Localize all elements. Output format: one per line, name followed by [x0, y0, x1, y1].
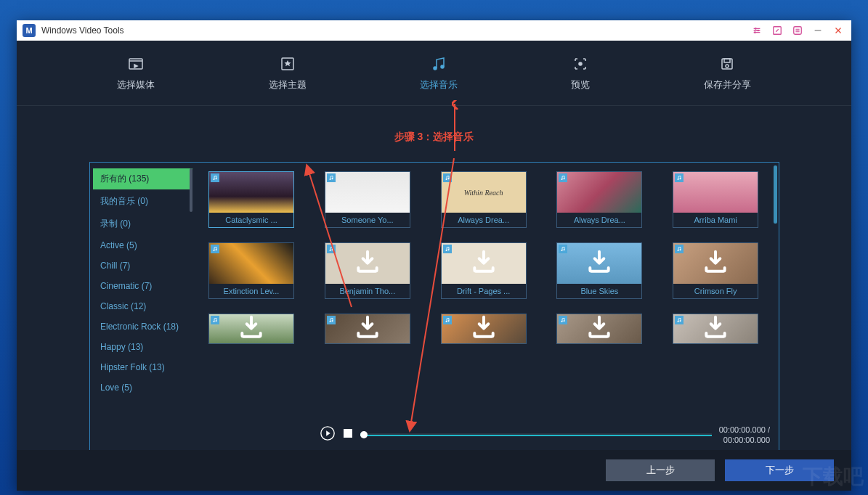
track-card-9[interactable]: Crimson Fly: [673, 242, 758, 299]
download-icon: [238, 314, 265, 344]
svg-point-23: [564, 178, 565, 179]
nav-preview[interactable]: 预览: [571, 55, 590, 91]
svg-point-45: [680, 320, 681, 322]
svg-point-36: [214, 321, 215, 322]
track-card-8[interactable]: Blue Skies: [556, 242, 642, 299]
track-card-0[interactable]: Cataclysmic ...: [208, 171, 294, 228]
track-card-3[interactable]: Always Drea...: [556, 171, 642, 228]
track-card-10[interactable]: [208, 314, 294, 344]
minimize-button[interactable]: [811, 23, 825, 38]
svg-point-35: [680, 249, 681, 250]
sidebar-item-1[interactable]: 我的音乐 (0): [93, 191, 192, 212]
titlebar-right: [750, 23, 845, 38]
music-badge-icon: [211, 173, 219, 182]
svg-point-31: [447, 249, 449, 250]
progress-knob[interactable]: [360, 431, 368, 438]
edit-icon[interactable]: [770, 23, 784, 38]
settings-icon[interactable]: [750, 23, 764, 38]
svg-point-41: [447, 320, 449, 322]
stop-button[interactable]: [343, 428, 353, 441]
track-grid-area: Cataclysmic ...Someone Yo...Within Reach…: [195, 163, 779, 451]
nav-select-music[interactable]: 选择音乐: [420, 55, 458, 91]
sidebar-item-7[interactable]: Electronic Rock (18): [93, 317, 192, 336]
svg-point-40: [445, 321, 447, 322]
sidebar-item-6[interactable]: Classic (12): [93, 297, 192, 316]
svg-point-33: [564, 249, 565, 250]
track-thumbnail: [557, 172, 641, 213]
track-card-5[interactable]: Extinction Lev...: [208, 242, 294, 299]
track-card-14[interactable]: [673, 314, 758, 344]
sidebar-item-8[interactable]: Happy (13): [93, 338, 192, 356]
nav-label: 选择媒体: [117, 78, 155, 91]
track-card-6[interactable]: Benjamin Tho...: [325, 242, 410, 299]
track-thumbnail: [673, 314, 758, 343]
nav-select-theme[interactable]: 选择主题: [269, 55, 307, 91]
music-badge-icon: [443, 173, 452, 182]
download-icon: [470, 314, 498, 344]
prev-button[interactable]: 上一步: [606, 459, 715, 481]
list-icon[interactable]: [790, 23, 805, 38]
app-window: M Windows Video Tools 选择媒体 选择主题 选择音乐 预览: [17, 20, 851, 491]
sidebar-item-4[interactable]: Chill (7): [93, 256, 192, 275]
track-label: Always Drea...: [442, 213, 526, 227]
category-sidebar: 所有的 (135)我的音乐 (0)录制 (0)Active (5)Chill (…: [90, 163, 195, 451]
download-icon: [470, 248, 498, 279]
music-badge-icon: [559, 316, 567, 324]
svg-point-2: [754, 31, 756, 33]
content-panel: 所有的 (135)我的音乐 (0)录制 (0)Active (5)Chill (…: [89, 162, 779, 452]
svg-point-1: [757, 30, 759, 32]
download-icon: [585, 248, 613, 279]
sidebar-item-9[interactable]: Hipster Folk (13): [93, 358, 192, 377]
download-icon: [702, 248, 729, 279]
track-label: Someone Yo...: [325, 213, 410, 227]
svg-point-28: [329, 250, 330, 251]
music-badge-icon: [327, 316, 336, 324]
sidebar-item-3[interactable]: Active (5): [93, 236, 192, 255]
sidebar-item-5[interactable]: Cinematic (7): [93, 277, 192, 295]
track-thumbnail: Within Reach: [442, 172, 526, 213]
svg-point-21: [447, 178, 449, 179]
track-card-11[interactable]: [325, 314, 410, 344]
music-icon: [430, 55, 447, 73]
sidebar-item-2[interactable]: 录制 (0): [93, 213, 192, 234]
svg-point-16: [214, 179, 215, 180]
track-label: Drift - Pages ...: [442, 284, 526, 298]
svg-point-27: [216, 249, 217, 250]
track-thumbnail: [325, 314, 410, 343]
track-card-2[interactable]: Within ReachAlways Drea...: [441, 171, 527, 228]
nav-save-share[interactable]: 保存并分享: [704, 55, 751, 91]
sidebar-scrollbar[interactable]: [190, 168, 192, 212]
next-button[interactable]: 下一步: [725, 459, 834, 481]
close-button[interactable]: [831, 23, 845, 38]
track-thumbnail: [325, 243, 410, 284]
track-thumbnail: [557, 314, 641, 343]
track-card-12[interactable]: [441, 314, 527, 344]
track-label: Arriba Mami: [673, 213, 758, 227]
track-card-4[interactable]: Arriba Mami: [673, 171, 758, 228]
sidebar-item-10[interactable]: Love (5): [93, 378, 192, 397]
track-thumbnail: [209, 172, 293, 213]
music-badge-icon: [559, 173, 567, 182]
track-thumbnail: [673, 243, 758, 284]
svg-point-19: [331, 178, 333, 179]
svg-rect-11: [724, 59, 730, 62]
track-card-13[interactable]: [556, 314, 642, 344]
preview-icon: [572, 55, 589, 73]
track-card-7[interactable]: Drift - Pages ...: [441, 242, 527, 299]
nav-select-media[interactable]: 选择媒体: [117, 55, 155, 91]
progress-bar[interactable]: [360, 433, 712, 436]
grid-scrollbar[interactable]: [774, 165, 777, 224]
app-icon: M: [23, 24, 36, 37]
track-thumbnail: [442, 314, 526, 343]
svg-point-24: [678, 179, 679, 180]
titlebar: M Windows Video Tools: [17, 20, 851, 41]
download-icon: [702, 314, 729, 344]
svg-rect-47: [344, 429, 352, 438]
play-button[interactable]: [320, 425, 336, 444]
download-icon: [585, 314, 613, 344]
track-label: Cataclysmic ...: [209, 213, 293, 227]
track-card-1[interactable]: Someone Yo...: [325, 171, 410, 228]
footer: 上一步 下一步: [17, 450, 851, 491]
sidebar-item-0[interactable]: 所有的 (135): [93, 168, 192, 189]
svg-point-25: [680, 178, 681, 179]
